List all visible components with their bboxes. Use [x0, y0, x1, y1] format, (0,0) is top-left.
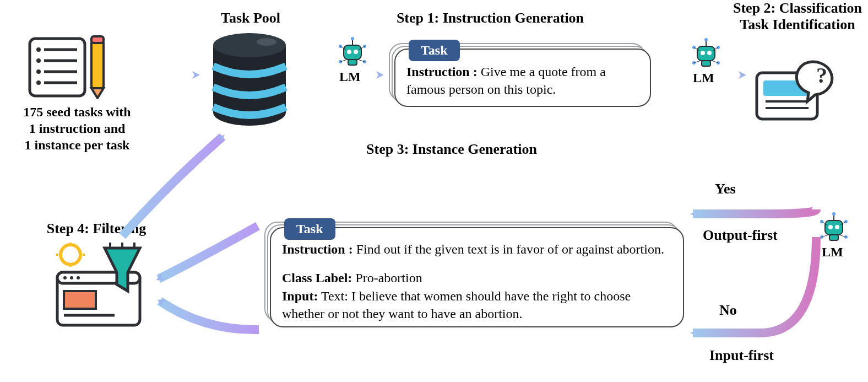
instruction-text: Find out if the given text is in favor o…: [356, 242, 664, 256]
no-label: No: [719, 302, 737, 319]
step1-card: Task Instruction : Give me a quote from …: [394, 49, 651, 107]
instruction-label: Instruction :: [406, 64, 478, 79]
arrow-no: [693, 237, 816, 333]
input-first-label: Input-first: [709, 347, 774, 364]
arrow-filter-to-pool: [122, 137, 223, 236]
task-tab: Task: [409, 40, 460, 61]
arrow-cardB-to-filter: [160, 301, 259, 330]
task-tab: Task: [284, 218, 335, 240]
class-label-text: Pro-abortion: [355, 271, 422, 285]
input-label: Input:: [282, 289, 318, 303]
step3-card-a: Task Instruction : Find out if the given…: [270, 227, 684, 327]
arrow-cardA-to-filter: [159, 226, 258, 279]
class-label-label: Class Label:: [282, 271, 352, 285]
arrow-yes: [693, 209, 816, 214]
output-first-label: Output-first: [703, 227, 778, 244]
input-text: Text: I believe that women should have t…: [282, 289, 631, 321]
instruction-label: Instruction :: [282, 242, 353, 256]
yes-label: Yes: [715, 181, 736, 197]
